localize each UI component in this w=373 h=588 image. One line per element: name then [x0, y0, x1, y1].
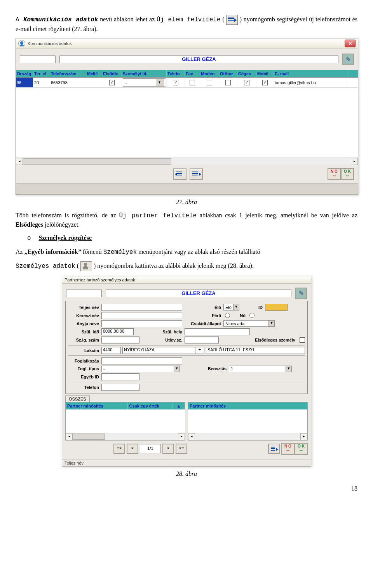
szulido-input[interactable]: 0000.00.00. [101, 328, 134, 335]
beoszt-label: Beosztás [180, 366, 229, 371]
csalad-label: Családi állapot [182, 321, 223, 326]
grid-cell[interactable]: 6653798 [50, 78, 86, 87]
grid-header-cell[interactable]: Telefonszám [50, 70, 86, 77]
no-radio[interactable] [249, 313, 254, 318]
horizontal-scrollbar[interactable]: ◂ ▸ [16, 158, 358, 165]
left-grid-scrollbar[interactable]: ◂▸ [66, 433, 185, 440]
keresztnev-input[interactable] [101, 312, 182, 319]
comm-data-window: 👤 Kommunikációs adatok ✕ GILLER GÉZA ✎ O… [16, 38, 358, 195]
intro-mid: nevű ablakon lehet az [100, 16, 157, 23]
grid-header-cell[interactable]: Céges [237, 70, 256, 77]
address-input[interactable]: SARLÓ UTCA 11. FSZ/1 [206, 347, 305, 354]
csalad-select[interactable]: Nincs adat▼ [223, 320, 275, 327]
beoszt-select[interactable]: 1▼ [229, 366, 292, 372]
grid-cell[interactable]: tamas.giller@dlms.hu [274, 78, 347, 87]
anyja-input[interactable] [101, 320, 182, 327]
fogl-input[interactable] [101, 357, 182, 364]
figure-27-caption: 27. ábra [16, 199, 357, 206]
no-button[interactable]: N O [328, 168, 341, 180]
first-record-button[interactable]: ≡< [113, 444, 125, 454]
grid-header-cell[interactable]: Otthor [219, 70, 237, 77]
left-grid-sort-button[interactable]: ▲ [173, 402, 185, 409]
grid-header-cell[interactable]: Elsődle [102, 70, 122, 77]
ok-button[interactable]: O K [341, 168, 354, 180]
egyeb-label: Egyéb ID [68, 375, 101, 379]
grid-cell[interactable]: -▼ [122, 78, 167, 87]
no-label: Nő [230, 313, 248, 318]
prev-record-button[interactable]: < [127, 444, 138, 454]
add-record-button[interactable] [268, 444, 280, 454]
tab-osszes[interactable]: ÖSSZES [65, 395, 90, 402]
grid-cell[interactable] [200, 78, 219, 87]
city-lookup-button[interactable]: ± [195, 347, 204, 354]
partner-name-input[interactable]: GILLER GÉZA [106, 290, 291, 297]
id-input[interactable] [265, 304, 288, 311]
right-grid-col-1[interactable]: Partner minősítés [188, 402, 307, 409]
grid-empty-area [16, 87, 358, 158]
page-number: 18 [16, 485, 357, 492]
close-button[interactable]: ✕ [345, 40, 356, 47]
scroll-right-button[interactable]: ▸ [351, 158, 358, 165]
bullet-heading: o Személyek rögzítése [27, 234, 357, 243]
grid-cell[interactable]: ✓ [167, 78, 185, 87]
grid-cell[interactable]: ✓ [237, 78, 256, 87]
telefon-input[interactable] [101, 384, 139, 391]
zip-input[interactable]: 4400 [101, 347, 121, 354]
teljes-nev-input[interactable] [101, 304, 182, 311]
grid-header-cell[interactable]: Mobil [256, 70, 274, 77]
grid-cell[interactable]: 36 [16, 78, 33, 87]
scroll-thumb[interactable] [23, 158, 171, 165]
grid-header-cell[interactable]: Moden [200, 70, 219, 77]
elsod-label: Elsődleges személy [219, 338, 298, 342]
partner-name-input[interactable]: GILLER GÉZA [59, 56, 338, 63]
intro-prefix: A [16, 16, 23, 23]
grid-header-cell[interactable]: Személy/ üi. [122, 70, 167, 77]
grid-cell[interactable] [219, 78, 237, 87]
intro-title: Kommunikációs adatok [23, 16, 98, 23]
grid-cell[interactable] [86, 78, 102, 87]
no-button[interactable]: N O [281, 443, 295, 455]
partner-code-input[interactable] [66, 290, 102, 297]
grid-cell[interactable] [185, 78, 200, 87]
elo-select[interactable]: Élő▼ [223, 304, 239, 310]
grid-header-cell[interactable]: Mellé [86, 70, 102, 77]
grid-cell[interactable]: ✓ [102, 78, 122, 87]
window2-titlebar: Partnerhez tartozó személyes adatok [62, 276, 311, 284]
grid-header-cell[interactable]: Ország [16, 70, 33, 77]
left-grid-col-2[interactable]: Csak egy érték [128, 402, 173, 409]
fogltip-select[interactable]: -▼ [101, 366, 180, 372]
partner-code-input[interactable] [20, 56, 56, 63]
right-grid-scrollbar[interactable]: ◂▸ [188, 433, 307, 440]
last-record-button[interactable]: >≡ [176, 444, 187, 454]
new-item-icon [226, 15, 238, 25]
grid-header-cell[interactable]: Fax [185, 70, 200, 77]
grid-header-cell[interactable]: E- mail [274, 70, 347, 77]
teljes-nev-label: Teljes név [68, 305, 101, 310]
szulhely-input[interactable] [185, 328, 250, 335]
next-record-button[interactable]: > [162, 444, 174, 454]
grid-data-row[interactable]: 36206653798✓-▼✓✓✓tamas.giller@dlms.hu [16, 78, 358, 87]
ok-button[interactable]: O K [295, 443, 308, 455]
left-grid-col-1[interactable]: Partner minősítés [66, 402, 128, 409]
edit-button[interactable]: ✎ [295, 288, 307, 299]
scroll-left-button[interactable]: ◂ [16, 158, 23, 165]
ferfi-radio[interactable] [225, 313, 230, 318]
utlev-input[interactable] [185, 336, 219, 343]
egyeb-input[interactable] [101, 373, 139, 380]
grid-header-cell[interactable]: Ter. el [33, 70, 50, 77]
mid-paragraph-2: Az „Egyéb információk” főmenü Személyek … [16, 248, 357, 257]
city-input[interactable]: NYÍREGYHÁZA [122, 347, 195, 354]
mid-paragraph-1: Több telefonszám is rögzíthető, de az Új… [16, 211, 357, 229]
grid-cell[interactable]: 20 [33, 78, 50, 87]
next-record-button[interactable] [190, 168, 203, 180]
prev-record-button[interactable] [173, 168, 186, 180]
mid-paragraph-3: Személyes adatok ( ) nyomógombra kattint… [16, 261, 357, 271]
grid-cell[interactable]: ✓ [256, 78, 274, 87]
grid-header-cell[interactable]: Telefo [167, 70, 185, 77]
intro-open: ( [222, 16, 224, 23]
szig-input[interactable] [101, 336, 139, 343]
edit-button[interactable]: ✎ [342, 54, 354, 65]
record-nav-bar: ≡< < 1/1 > >≡ N O O K [65, 441, 308, 457]
lakcim-label: Lakcím [68, 348, 101, 353]
elsod-checkbox[interactable] [300, 337, 305, 343]
